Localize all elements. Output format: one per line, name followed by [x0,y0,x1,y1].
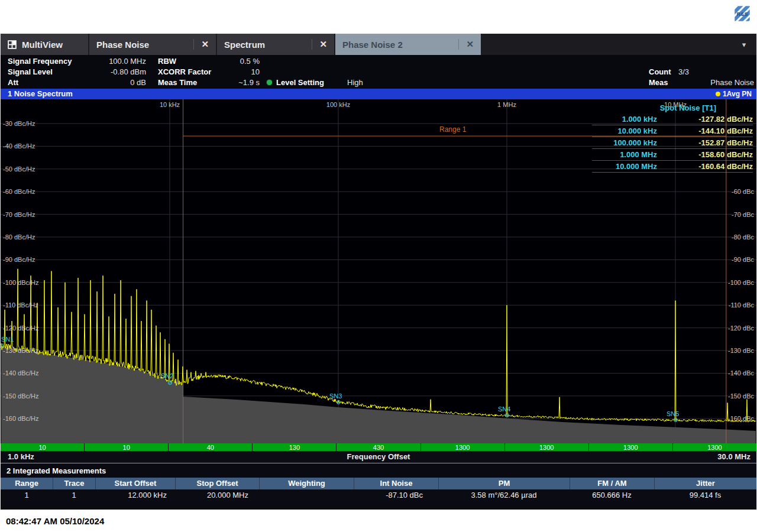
col-header-weighting: Weighting [259,478,354,489]
marker-label-sn4: SN4 [498,406,510,413]
y-axis-label-left: -60 dBc/Hz [3,187,35,196]
rbw-value: 0.5 % [208,56,260,67]
spot-noise-row: 10.000 kHz-144.10 dBc/Hz [592,125,753,137]
meas-time-value: ~1.9 s [208,77,260,88]
half-decade-segment-bar: 1010401304301300130013001300 [1,443,756,451]
meas-time-label: Meas Time [158,77,197,88]
close-icon[interactable]: ✕ [193,39,209,50]
segment-count: 10 [1,443,84,451]
col-header-stop-offset: Stop Offset [175,478,259,489]
x-axis-decade-label: 1 MHz [483,101,530,108]
noise-spectrum-window-titlebar[interactable]: 1 Noise Spectrum 1Avg PN [1,89,756,99]
spot-noise-value: -127.82 dBc/Hz [657,113,753,125]
trace-legend: 1Avg PN [716,89,752,99]
tab-phase-noise-2[interactable]: Phase Noise 2 ✕ [335,34,481,55]
segment-count: 1300 [589,443,672,451]
marker-label-sn3: SN3 [329,392,342,400]
datetime-label: 08:42:47 AM 05/10/2024 [6,516,104,526]
col-header-range: Range [1,478,53,489]
att-label: Att [8,77,18,88]
spot-noise-title: Spot Noise [T1] [592,102,753,113]
tab-phase-noise[interactable]: Phase Noise ✕ [89,34,216,55]
marker-sn2[interactable] [168,381,172,385]
window-title: 1 Noise Spectrum [8,89,73,98]
integrated-measurements-data-row: 1 1 12.000 kHz 20.000 MHz -87.10 dBc 3.5… [1,489,756,501]
frequency-stop-label: 30.0 MHz [717,451,750,463]
y-axis-label-left: -160 dBc/Hz [3,414,39,423]
marker-label-sn2: SN2 [161,372,173,379]
rs-logo: R&S [731,2,753,25]
segment-count: 1300 [505,443,588,451]
col-header-int-noise: Int Noise [354,478,438,489]
count-value: 3/3 [678,67,689,77]
y-axis-label-left: -120 dBc/Hz [3,324,39,332]
spot-noise-row: 10.000 MHz-160.64 dBc/Hz [592,161,753,173]
close-icon[interactable]: ✕ [458,39,474,50]
trace-value: 1 [53,489,95,501]
col-header-jitter: Jitter [654,478,756,489]
y-axis-label-left: -110 dBc/Hz [3,301,38,309]
weighting-value [259,489,354,501]
tab-multiview[interactable]: MultiView [1,34,88,55]
noise-spectrum-plot[interactable]: -30 dBc/Hz-40 dBc/Hz-50 dBc/Hz-60 dBc/Hz… [1,99,756,451]
tab-spectrum[interactable]: Spectrum ✕ [217,34,334,55]
y-axis-label-left: -150 dBc/Hz [3,392,39,400]
col-header-start-offset: Start Offset [95,478,175,489]
marker-sn5[interactable] [674,418,678,422]
col-header-pm: PM [438,478,570,489]
start-offset-value: 12.000 kHz [95,489,175,501]
spot-noise-frequency: 10.000 kHz [592,125,657,137]
y-axis-label-left: -70 dBc/Hz [3,210,35,219]
y-axis-label-right: -150 dBc [717,392,754,400]
y-axis-label-left: -80 dBc/Hz [3,233,35,241]
frequency-axis-strip: 1.0 kHz Frequency Offset 30.0 MHz [1,451,756,463]
jitter-value: 99.414 fs [654,489,756,501]
x-axis-decade-label: 100 kHz [315,101,362,108]
tab-label: Phase Noise 2 [342,40,403,50]
trace-legend-label: 1Avg PN [723,89,752,99]
y-axis-label-right: -80 dBc [717,233,754,241]
col-header-trace: Trace [53,478,95,489]
marker-sn3[interactable] [337,400,341,404]
tab-bar: MultiView Phase Noise ✕ Spectrum ✕ Phase… [1,34,756,55]
marker-label-sn5: SN5 [667,410,679,417]
y-axis-label-left: -140 dBc/Hz [3,369,39,377]
fm-am-value: 650.666 Hz [570,489,654,501]
xcorr-factor-label: XCORR Factor [158,67,211,77]
marker-sn4[interactable] [505,413,509,417]
segment-count: 430 [337,443,420,451]
chevron-down-icon[interactable]: ▾ [732,34,756,55]
marker-label-sn1: SN1 [1,336,14,343]
trace-color-dot [716,92,720,96]
level-setting-value: High [347,77,363,88]
y-axis-label-left: -30 dBc/Hz [3,119,35,128]
segment-count: 1300 [673,443,756,451]
y-axis-label-left: -100 dBc/Hz [3,278,39,287]
spot-noise-value: -160.64 dBc/Hz [657,161,753,172]
spot-noise-rows: 1.000 kHz-127.82 dBc/Hz10.000 kHz-144.10… [592,113,753,173]
signal-frequency-value: 100.0 MHz [77,56,146,67]
y-axis-label-right: -160 dBc [717,414,754,423]
measurement-settings-panel: Signal Frequency 100.0 MHz Signal Level … [1,55,756,89]
x-axis-decade-label: 10 kHz [146,101,193,108]
count-label: Count [649,67,671,77]
y-axis-label-left: -130 dBc/Hz [3,346,39,355]
marker-sn1[interactable] [1,343,4,348]
status-bar: 08:42:47 AM 05/10/2024 [0,510,757,532]
col-header-fm-am: FM / AM [570,478,654,489]
y-axis-label-right: -130 dBc [717,346,754,355]
level-setting-status-led [267,80,272,85]
spot-noise-frequency: 1.000 MHz [592,149,657,160]
segment-count: 130 [253,443,336,451]
y-axis-label-left: -50 dBc/Hz [3,165,35,173]
xcorr-factor-value: 10 [208,67,260,77]
y-axis-label-left: -90 dBc/Hz [3,255,35,264]
integrated-measurements-title: 2 Integrated Measurements [1,464,756,478]
y-axis-label-right: -90 dBc [717,255,754,264]
tab-label: Phase Noise [96,40,149,50]
meas-value: Phase Noise [675,77,754,88]
segment-count: 1300 [421,443,504,451]
segment-count: 40 [169,443,252,451]
spot-noise-row: 1.000 MHz-158.60 dBc/Hz [592,149,753,161]
close-icon[interactable]: ✕ [312,39,327,50]
